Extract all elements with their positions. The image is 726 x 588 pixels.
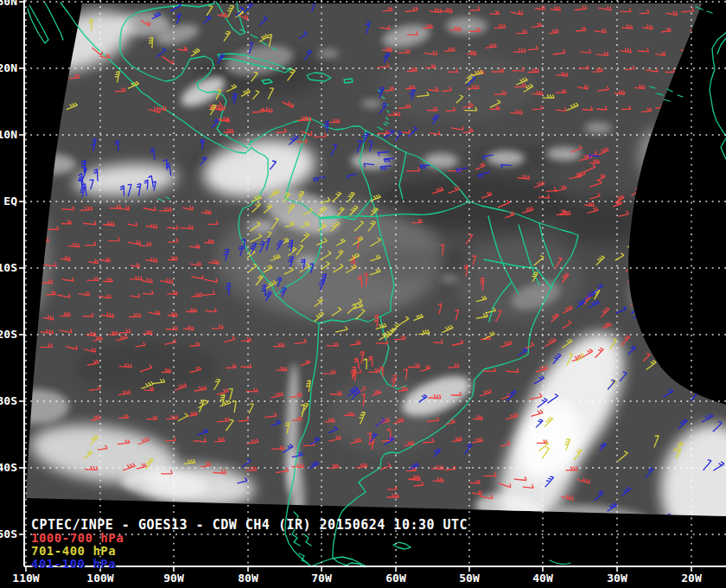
lon-label: 30W xyxy=(607,572,627,585)
satellite-wind-map: 30N20N10NEQ10S20S30S40S50S110W100W90W80W… xyxy=(0,0,726,588)
lat-label: 10S xyxy=(0,261,17,274)
lat-label: 10N xyxy=(0,128,17,141)
lat-label: 30N xyxy=(0,0,17,8)
lat-label: 30S xyxy=(0,394,17,407)
legend-low-level: 1000-700 hPa xyxy=(31,531,124,545)
lon-label: 100W xyxy=(86,572,113,585)
lon-label: 70W xyxy=(311,572,332,585)
lon-label: 90W xyxy=(163,572,184,585)
lat-label: 20S xyxy=(0,328,17,341)
lon-label: 20W xyxy=(681,572,702,585)
lon-label: 80W xyxy=(238,572,258,585)
legend-mid-level: 701-400 hPa xyxy=(31,544,116,558)
lat-label: 40S xyxy=(0,461,17,474)
lon-label: 50W xyxy=(459,572,480,585)
map-canvas: 30N20N10NEQ10S20S30S40S50S110W100W90W80W… xyxy=(0,0,726,588)
lon-label: 60W xyxy=(385,572,406,585)
legend-high-level: 401-100 hPa xyxy=(31,557,116,571)
lat-label: 50S xyxy=(0,527,17,540)
lon-label: 110W xyxy=(12,572,39,585)
lat-label: 20N xyxy=(0,61,17,74)
lat-label: EQ xyxy=(3,195,17,208)
lon-label: 40W xyxy=(532,572,553,585)
